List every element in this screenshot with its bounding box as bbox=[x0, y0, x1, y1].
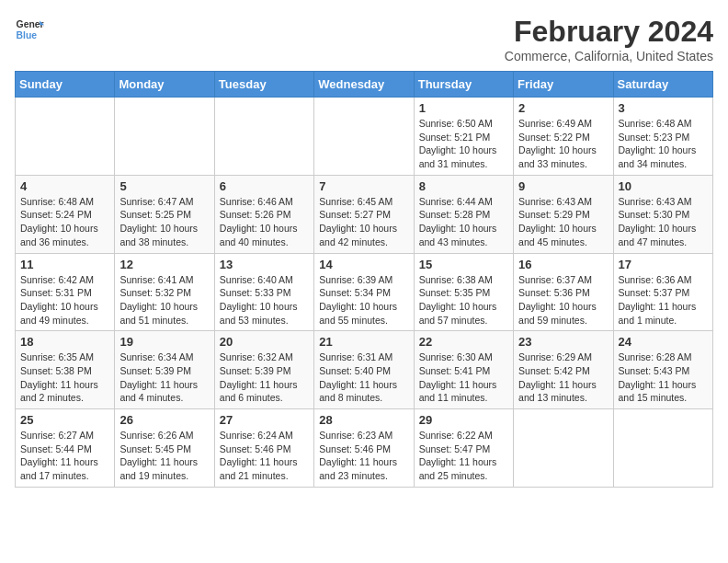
calendar-cell: 14Sunrise: 6:39 AM Sunset: 5:34 PM Dayli… bbox=[314, 253, 414, 331]
logo: General Blue bbox=[15, 15, 44, 44]
day-number: 7 bbox=[319, 179, 408, 193]
day-info: Sunrise: 6:39 AM Sunset: 5:34 PM Dayligh… bbox=[319, 273, 408, 327]
day-header-monday: Monday bbox=[115, 72, 214, 98]
calendar-cell bbox=[613, 409, 712, 488]
day-number: 20 bbox=[220, 335, 309, 349]
day-info: Sunrise: 6:41 AM Sunset: 5:32 PM Dayligh… bbox=[119, 273, 209, 327]
calendar-cell: 25Sunrise: 6:27 AM Sunset: 5:44 PM Dayli… bbox=[16, 409, 115, 488]
calendar-cell bbox=[314, 98, 414, 176]
day-number: 3 bbox=[619, 101, 708, 115]
calendar-cell: 4Sunrise: 6:48 AM Sunset: 5:24 PM Daylig… bbox=[16, 175, 115, 253]
day-number: 28 bbox=[319, 413, 408, 427]
day-number: 13 bbox=[220, 258, 309, 271]
svg-text:Blue: Blue bbox=[17, 30, 38, 40]
header: General Blue February 2024 Commerce, Cal… bbox=[15, 15, 713, 63]
day-info: Sunrise: 6:43 AM Sunset: 5:29 PM Dayligh… bbox=[518, 195, 608, 249]
calendar-header-row: SundayMondayTuesdayWednesdayThursdayFrid… bbox=[16, 72, 713, 98]
calendar-cell: 5Sunrise: 6:47 AM Sunset: 5:25 PM Daylig… bbox=[115, 175, 214, 253]
calendar-cell: 22Sunrise: 6:30 AM Sunset: 5:41 PM Dayli… bbox=[414, 331, 513, 409]
day-info: Sunrise: 6:37 AM Sunset: 5:36 PM Dayligh… bbox=[518, 273, 608, 327]
day-info: Sunrise: 6:22 AM Sunset: 5:47 PM Dayligh… bbox=[419, 429, 508, 483]
day-header-thursday: Thursday bbox=[414, 72, 513, 98]
day-info: Sunrise: 6:48 AM Sunset: 5:24 PM Dayligh… bbox=[20, 195, 109, 249]
day-number: 17 bbox=[619, 258, 708, 271]
calendar-cell: 17Sunrise: 6:36 AM Sunset: 5:37 PM Dayli… bbox=[613, 253, 712, 331]
day-number: 24 bbox=[619, 335, 708, 349]
day-number: 10 bbox=[619, 179, 708, 193]
calendar-cell: 9Sunrise: 6:43 AM Sunset: 5:29 PM Daylig… bbox=[514, 175, 613, 253]
calendar-cell: 7Sunrise: 6:45 AM Sunset: 5:27 PM Daylig… bbox=[314, 175, 414, 253]
calendar-cell bbox=[16, 98, 115, 176]
day-info: Sunrise: 6:44 AM Sunset: 5:28 PM Dayligh… bbox=[419, 195, 508, 249]
week-row-0: 1Sunrise: 6:50 AM Sunset: 5:21 PM Daylig… bbox=[16, 98, 713, 176]
day-info: Sunrise: 6:43 AM Sunset: 5:30 PM Dayligh… bbox=[619, 195, 708, 249]
day-number: 19 bbox=[119, 335, 209, 349]
day-number: 23 bbox=[518, 335, 608, 349]
calendar-cell: 19Sunrise: 6:34 AM Sunset: 5:39 PM Dayli… bbox=[115, 331, 214, 409]
calendar-cell: 21Sunrise: 6:31 AM Sunset: 5:40 PM Dayli… bbox=[314, 331, 414, 409]
day-number: 4 bbox=[20, 179, 109, 193]
day-number: 12 bbox=[119, 258, 209, 271]
day-header-tuesday: Tuesday bbox=[214, 72, 313, 98]
day-number: 5 bbox=[119, 179, 209, 193]
title-area: February 2024 Commerce, California, Unit… bbox=[505, 15, 713, 63]
day-info: Sunrise: 6:42 AM Sunset: 5:31 PM Dayligh… bbox=[20, 273, 109, 327]
day-info: Sunrise: 6:45 AM Sunset: 5:27 PM Dayligh… bbox=[319, 195, 408, 249]
day-info: Sunrise: 6:29 AM Sunset: 5:42 PM Dayligh… bbox=[518, 350, 608, 405]
day-info: Sunrise: 6:48 AM Sunset: 5:23 PM Dayligh… bbox=[619, 117, 708, 171]
week-row-1: 4Sunrise: 6:48 AM Sunset: 5:24 PM Daylig… bbox=[16, 175, 713, 253]
day-number: 9 bbox=[518, 179, 608, 193]
day-number: 2 bbox=[518, 101, 608, 115]
day-number: 6 bbox=[220, 179, 309, 193]
day-info: Sunrise: 6:26 AM Sunset: 5:45 PM Dayligh… bbox=[119, 429, 209, 483]
calendar-cell: 13Sunrise: 6:40 AM Sunset: 5:33 PM Dayli… bbox=[214, 253, 313, 331]
day-header-friday: Friday bbox=[514, 72, 613, 98]
calendar-cell: 3Sunrise: 6:48 AM Sunset: 5:23 PM Daylig… bbox=[613, 98, 712, 176]
day-number: 14 bbox=[319, 258, 408, 271]
calendar-cell: 26Sunrise: 6:26 AM Sunset: 5:45 PM Dayli… bbox=[115, 409, 214, 488]
day-number: 27 bbox=[220, 413, 309, 427]
day-info: Sunrise: 6:23 AM Sunset: 5:46 PM Dayligh… bbox=[319, 429, 408, 483]
day-number: 29 bbox=[419, 413, 508, 427]
day-info: Sunrise: 6:28 AM Sunset: 5:43 PM Dayligh… bbox=[619, 350, 708, 405]
day-number: 1 bbox=[419, 101, 508, 115]
calendar-cell: 12Sunrise: 6:41 AM Sunset: 5:32 PM Dayli… bbox=[115, 253, 214, 331]
calendar-cell bbox=[514, 409, 613, 488]
calendar-cell: 16Sunrise: 6:37 AM Sunset: 5:36 PM Dayli… bbox=[514, 253, 613, 331]
day-number: 21 bbox=[319, 335, 408, 349]
calendar-cell: 1Sunrise: 6:50 AM Sunset: 5:21 PM Daylig… bbox=[414, 98, 513, 176]
week-row-2: 11Sunrise: 6:42 AM Sunset: 5:31 PM Dayli… bbox=[16, 253, 713, 331]
calendar-cell: 15Sunrise: 6:38 AM Sunset: 5:35 PM Dayli… bbox=[414, 253, 513, 331]
day-info: Sunrise: 6:34 AM Sunset: 5:39 PM Dayligh… bbox=[119, 350, 209, 405]
calendar-cell: 28Sunrise: 6:23 AM Sunset: 5:46 PM Dayli… bbox=[314, 409, 414, 488]
day-info: Sunrise: 6:47 AM Sunset: 5:25 PM Dayligh… bbox=[119, 195, 209, 249]
day-number: 22 bbox=[419, 335, 508, 349]
week-row-3: 18Sunrise: 6:35 AM Sunset: 5:38 PM Dayli… bbox=[16, 331, 713, 409]
calendar-cell: 6Sunrise: 6:46 AM Sunset: 5:26 PM Daylig… bbox=[214, 175, 313, 253]
day-info: Sunrise: 6:24 AM Sunset: 5:46 PM Dayligh… bbox=[220, 429, 309, 483]
calendar-cell bbox=[214, 98, 313, 176]
week-row-4: 25Sunrise: 6:27 AM Sunset: 5:44 PM Dayli… bbox=[16, 409, 713, 488]
day-number: 16 bbox=[518, 258, 608, 271]
day-header-wednesday: Wednesday bbox=[314, 72, 414, 98]
calendar-cell bbox=[115, 98, 214, 176]
day-number: 15 bbox=[419, 258, 508, 271]
calendar-cell: 10Sunrise: 6:43 AM Sunset: 5:30 PM Dayli… bbox=[613, 175, 712, 253]
logo-icon: General Blue bbox=[15, 15, 44, 44]
day-info: Sunrise: 6:27 AM Sunset: 5:44 PM Dayligh… bbox=[20, 429, 109, 483]
subtitle: Commerce, California, United States bbox=[505, 49, 713, 63]
day-number: 25 bbox=[20, 413, 109, 427]
day-header-saturday: Saturday bbox=[613, 72, 712, 98]
day-number: 8 bbox=[419, 179, 508, 193]
calendar-cell: 18Sunrise: 6:35 AM Sunset: 5:38 PM Dayli… bbox=[16, 331, 115, 409]
main-title: February 2024 bbox=[505, 15, 713, 49]
calendar-body: 1Sunrise: 6:50 AM Sunset: 5:21 PM Daylig… bbox=[16, 98, 713, 488]
day-number: 26 bbox=[119, 413, 209, 427]
day-info: Sunrise: 6:40 AM Sunset: 5:33 PM Dayligh… bbox=[220, 273, 309, 327]
calendar-cell: 24Sunrise: 6:28 AM Sunset: 5:43 PM Dayli… bbox=[613, 331, 712, 409]
calendar-cell: 11Sunrise: 6:42 AM Sunset: 5:31 PM Dayli… bbox=[16, 253, 115, 331]
day-number: 11 bbox=[20, 258, 109, 271]
day-info: Sunrise: 6:36 AM Sunset: 5:37 PM Dayligh… bbox=[619, 273, 708, 327]
day-number: 18 bbox=[20, 335, 109, 349]
calendar-cell: 23Sunrise: 6:29 AM Sunset: 5:42 PM Dayli… bbox=[514, 331, 613, 409]
